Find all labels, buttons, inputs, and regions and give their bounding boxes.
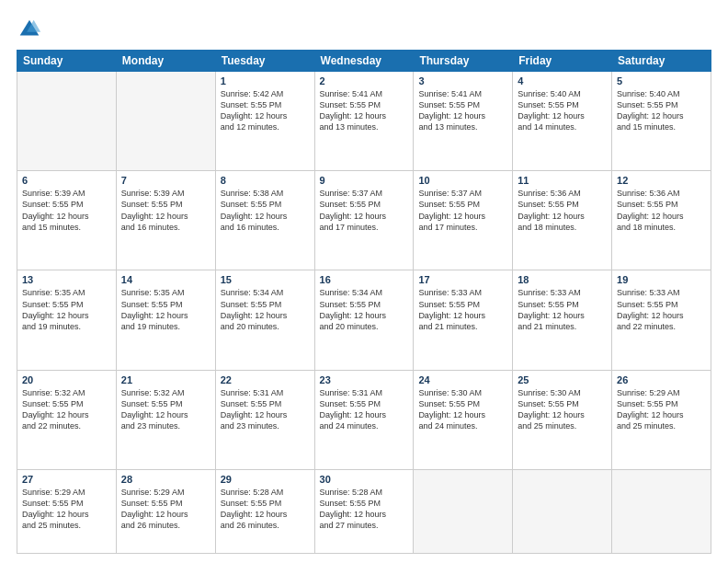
calendar-cell: 2Sunrise: 5:41 AM Sunset: 5:55 PM Daylig… — [314, 72, 414, 171]
day-number: 16 — [320, 274, 409, 285]
day-number: 17 — [418, 274, 507, 285]
day-number: 10 — [418, 175, 507, 186]
day-info: Sunrise: 5:34 AM Sunset: 5:55 PM Dayligh… — [221, 287, 310, 332]
calendar-cell: 24Sunrise: 5:30 AM Sunset: 5:55 PM Dayli… — [414, 370, 513, 469]
day-number: 6 — [22, 175, 111, 186]
day-number: 24 — [418, 374, 507, 385]
day-info: Sunrise: 5:41 AM Sunset: 5:55 PM Dayligh… — [320, 88, 409, 133]
calendar-cell — [414, 469, 513, 553]
calendar-cell: 8Sunrise: 5:38 AM Sunset: 5:55 PM Daylig… — [215, 171, 314, 270]
day-number: 18 — [518, 274, 607, 285]
calendar-cell: 16Sunrise: 5:34 AM Sunset: 5:55 PM Dayli… — [314, 270, 414, 370]
day-number: 9 — [320, 175, 409, 186]
day-number: 21 — [121, 374, 210, 385]
day-info: Sunrise: 5:31 AM Sunset: 5:55 PM Dayligh… — [320, 387, 409, 432]
day-info: Sunrise: 5:29 AM Sunset: 5:55 PM Dayligh… — [617, 387, 706, 432]
calendar-cell: 1Sunrise: 5:42 AM Sunset: 5:55 PM Daylig… — [215, 72, 314, 171]
calendar-row-5: 27Sunrise: 5:29 AM Sunset: 5:55 PM Dayli… — [17, 469, 711, 553]
calendar-cell: 7Sunrise: 5:39 AM Sunset: 5:55 PM Daylig… — [116, 171, 215, 270]
header-cell-friday: Friday — [513, 51, 612, 72]
calendar-cell: 28Sunrise: 5:29 AM Sunset: 5:55 PM Dayli… — [116, 469, 215, 553]
calendar-cell: 11Sunrise: 5:36 AM Sunset: 5:55 PM Dayli… — [513, 171, 612, 270]
day-number: 28 — [121, 474, 210, 485]
day-info: Sunrise: 5:29 AM Sunset: 5:55 PM Dayligh… — [22, 487, 111, 532]
day-number: 19 — [617, 274, 706, 285]
day-number: 23 — [320, 374, 409, 385]
day-info: Sunrise: 5:39 AM Sunset: 5:55 PM Dayligh… — [22, 188, 111, 233]
day-info: Sunrise: 5:37 AM Sunset: 5:55 PM Dayligh… — [320, 188, 409, 233]
day-number: 26 — [617, 374, 706, 385]
day-info: Sunrise: 5:36 AM Sunset: 5:55 PM Dayligh… — [518, 188, 607, 233]
calendar-row-4: 20Sunrise: 5:32 AM Sunset: 5:55 PM Dayli… — [17, 370, 711, 469]
calendar-cell: 14Sunrise: 5:35 AM Sunset: 5:55 PM Dayli… — [116, 270, 215, 370]
day-info: Sunrise: 5:33 AM Sunset: 5:55 PM Dayligh… — [418, 287, 507, 332]
calendar-cell — [513, 469, 612, 553]
day-number: 14 — [121, 274, 210, 285]
calendar-cell: 27Sunrise: 5:29 AM Sunset: 5:55 PM Dayli… — [17, 469, 117, 553]
calendar-row-1: 1Sunrise: 5:42 AM Sunset: 5:55 PM Daylig… — [17, 72, 711, 171]
calendar-row-3: 13Sunrise: 5:35 AM Sunset: 5:55 PM Dayli… — [17, 270, 711, 370]
calendar-row-2: 6Sunrise: 5:39 AM Sunset: 5:55 PM Daylig… — [17, 171, 711, 270]
day-info: Sunrise: 5:28 AM Sunset: 5:55 PM Dayligh… — [320, 487, 409, 532]
calendar-cell: 3Sunrise: 5:41 AM Sunset: 5:55 PM Daylig… — [414, 72, 513, 171]
day-info: Sunrise: 5:42 AM Sunset: 5:55 PM Dayligh… — [221, 88, 310, 133]
day-number: 8 — [221, 175, 310, 186]
logo — [17, 17, 46, 42]
calendar-cell: 18Sunrise: 5:33 AM Sunset: 5:55 PM Dayli… — [513, 270, 612, 370]
day-info: Sunrise: 5:30 AM Sunset: 5:55 PM Dayligh… — [518, 387, 607, 432]
calendar-cell: 5Sunrise: 5:40 AM Sunset: 5:55 PM Daylig… — [612, 72, 711, 171]
calendar-cell: 29Sunrise: 5:28 AM Sunset: 5:55 PM Dayli… — [215, 469, 314, 553]
day-number: 5 — [617, 75, 706, 86]
day-number: 4 — [518, 75, 607, 86]
day-info: Sunrise: 5:33 AM Sunset: 5:55 PM Dayligh… — [617, 287, 706, 332]
calendar-cell: 4Sunrise: 5:40 AM Sunset: 5:55 PM Daylig… — [513, 72, 612, 171]
day-info: Sunrise: 5:39 AM Sunset: 5:55 PM Dayligh… — [121, 188, 210, 233]
calendar-cell: 10Sunrise: 5:37 AM Sunset: 5:55 PM Dayli… — [414, 171, 513, 270]
calendar-cell: 22Sunrise: 5:31 AM Sunset: 5:55 PM Dayli… — [215, 370, 314, 469]
header — [17, 17, 711, 42]
day-info: Sunrise: 5:41 AM Sunset: 5:55 PM Dayligh… — [418, 88, 507, 133]
header-cell-wednesday: Wednesday — [314, 51, 414, 72]
day-info: Sunrise: 5:28 AM Sunset: 5:55 PM Dayligh… — [221, 487, 310, 532]
day-number: 27 — [22, 474, 111, 485]
calendar-cell: 21Sunrise: 5:32 AM Sunset: 5:55 PM Dayli… — [116, 370, 215, 469]
day-number: 25 — [518, 374, 607, 385]
day-info: Sunrise: 5:35 AM Sunset: 5:55 PM Dayligh… — [121, 287, 210, 332]
day-info: Sunrise: 5:37 AM Sunset: 5:55 PM Dayligh… — [418, 188, 507, 233]
day-number: 22 — [221, 374, 310, 385]
day-number: 15 — [221, 274, 310, 285]
calendar-cell — [17, 72, 117, 171]
day-number: 29 — [221, 474, 310, 485]
calendar-cell: 20Sunrise: 5:32 AM Sunset: 5:55 PM Dayli… — [17, 370, 117, 469]
calendar-cell: 23Sunrise: 5:31 AM Sunset: 5:55 PM Dayli… — [314, 370, 414, 469]
day-number: 30 — [320, 474, 409, 485]
day-number: 3 — [418, 75, 507, 86]
header-row: SundayMondayTuesdayWednesdayThursdayFrid… — [17, 51, 711, 72]
calendar-cell: 6Sunrise: 5:39 AM Sunset: 5:55 PM Daylig… — [17, 171, 117, 270]
calendar-cell: 13Sunrise: 5:35 AM Sunset: 5:55 PM Dayli… — [17, 270, 117, 370]
header-cell-thursday: Thursday — [414, 51, 513, 72]
calendar-cell — [612, 469, 711, 553]
logo-icon — [17, 17, 42, 42]
day-info: Sunrise: 5:35 AM Sunset: 5:55 PM Dayligh… — [22, 287, 111, 332]
header-cell-tuesday: Tuesday — [215, 51, 314, 72]
day-number: 20 — [22, 374, 111, 385]
day-number: 1 — [221, 75, 310, 86]
header-cell-monday: Monday — [116, 51, 215, 72]
day-info: Sunrise: 5:34 AM Sunset: 5:55 PM Dayligh… — [320, 287, 409, 332]
day-info: Sunrise: 5:30 AM Sunset: 5:55 PM Dayligh… — [418, 387, 507, 432]
day-info: Sunrise: 5:31 AM Sunset: 5:55 PM Dayligh… — [221, 387, 310, 432]
day-number: 12 — [617, 175, 706, 186]
page: SundayMondayTuesdayWednesdayThursdayFrid… — [0, 0, 728, 563]
day-info: Sunrise: 5:36 AM Sunset: 5:55 PM Dayligh… — [617, 188, 706, 233]
day-number: 7 — [121, 175, 210, 186]
day-number: 13 — [22, 274, 111, 285]
calendar-cell: 15Sunrise: 5:34 AM Sunset: 5:55 PM Dayli… — [215, 270, 314, 370]
day-info: Sunrise: 5:29 AM Sunset: 5:55 PM Dayligh… — [121, 487, 210, 532]
day-info: Sunrise: 5:38 AM Sunset: 5:55 PM Dayligh… — [221, 188, 310, 233]
calendar-cell: 25Sunrise: 5:30 AM Sunset: 5:55 PM Dayli… — [513, 370, 612, 469]
header-cell-saturday: Saturday — [612, 51, 711, 72]
day-number: 2 — [320, 75, 409, 86]
day-info: Sunrise: 5:40 AM Sunset: 5:55 PM Dayligh… — [518, 88, 607, 133]
calendar-cell — [116, 72, 215, 171]
